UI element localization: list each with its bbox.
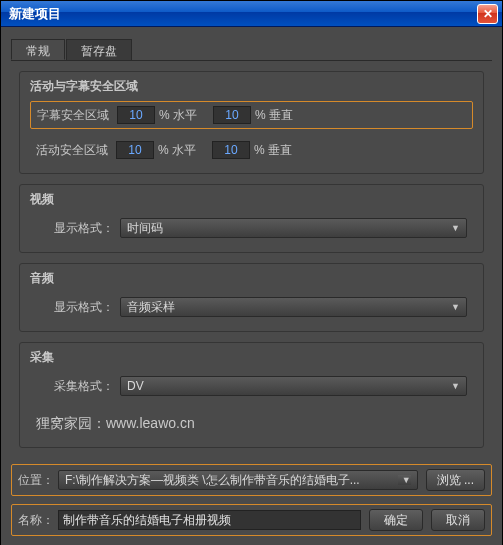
audio-format-label: 显示格式： — [36, 299, 114, 316]
v-percent-label-2: % 垂直 — [254, 142, 292, 159]
close-button[interactable]: ✕ — [477, 4, 498, 24]
capture-format-row: 采集格式： DV ▼ — [30, 372, 473, 400]
title-safe-label: 字幕安全区域 — [37, 107, 113, 124]
v-percent-label: % 垂直 — [255, 107, 293, 124]
window-title: 新建项目 — [9, 5, 477, 23]
browse-button[interactable]: 浏览 ... — [426, 469, 485, 491]
watermark-text: 狸窝家园：www.leawo.cn — [30, 411, 473, 437]
action-safe-h-input[interactable] — [116, 141, 154, 159]
name-input[interactable] — [58, 510, 361, 530]
tab-panel: 活动与字幕安全区域 字幕安全区域 % 水平 % 垂直 活动安全区域 % 水平 %… — [11, 61, 492, 464]
title-safe-row: 字幕安全区域 % 水平 % 垂直 — [30, 101, 473, 129]
video-format-value: 时间码 — [127, 220, 163, 237]
location-row: 位置： F:\制作解决方案—视频类 \怎么制作带音乐的结婚电子... ▼ 浏览 … — [11, 464, 492, 496]
title-safe-h-input[interactable] — [117, 106, 155, 124]
location-dropdown[interactable]: F:\制作解决方案—视频类 \怎么制作带音乐的结婚电子... ▼ — [58, 470, 418, 490]
h-percent-label: % 水平 — [159, 107, 197, 124]
capture-format-dropdown[interactable]: DV ▼ — [120, 376, 467, 396]
group-title-capture: 采集 — [30, 349, 473, 366]
action-safe-v-input[interactable] — [212, 141, 250, 159]
cancel-button[interactable]: 取消 — [431, 509, 485, 531]
ok-button[interactable]: 确定 — [369, 509, 423, 531]
chevron-down-icon: ▼ — [451, 381, 460, 391]
chevron-down-icon: ▼ — [451, 223, 460, 233]
video-format-row: 显示格式： 时间码 ▼ — [30, 214, 473, 242]
tab-general[interactable]: 常规 — [11, 39, 65, 60]
chevron-down-icon: ▼ — [451, 302, 460, 312]
dialog-body: 常规 暂存盘 活动与字幕安全区域 字幕安全区域 % 水平 % 垂直 活动安全区域… — [1, 27, 502, 545]
name-row: 名称： 确定 取消 — [11, 504, 492, 536]
group-title-video: 视频 — [30, 191, 473, 208]
capture-format-value: DV — [127, 379, 144, 393]
location-label: 位置： — [18, 472, 54, 489]
tab-bar: 常规 暂存盘 — [11, 39, 492, 61]
group-title-safe: 活动与字幕安全区域 — [30, 78, 473, 95]
audio-format-value: 音频采样 — [127, 299, 175, 316]
action-safe-row: 活动安全区域 % 水平 % 垂直 — [30, 137, 473, 163]
video-format-label: 显示格式： — [36, 220, 114, 237]
title-safe-v-input[interactable] — [213, 106, 251, 124]
titlebar[interactable]: 新建项目 ✕ — [1, 1, 502, 27]
close-icon: ✕ — [483, 7, 493, 21]
h-percent-label-2: % 水平 — [158, 142, 196, 159]
capture-format-label: 采集格式： — [36, 378, 114, 395]
location-value: F:\制作解决方案—视频类 \怎么制作带音乐的结婚电子... — [65, 472, 360, 489]
name-label: 名称： — [18, 512, 54, 529]
group-video: 视频 显示格式： 时间码 ▼ — [19, 184, 484, 253]
tab-scratch[interactable]: 暂存盘 — [66, 39, 132, 60]
group-audio: 音频 显示格式： 音频采样 ▼ — [19, 263, 484, 332]
group-capture: 采集 采集格式： DV ▼ 狸窝家园：www.leawo.cn — [19, 342, 484, 448]
chevron-down-icon: ▼ — [398, 475, 411, 485]
dialog-window: 新建项目 ✕ 常规 暂存盘 活动与字幕安全区域 字幕安全区域 % 水平 % 垂直 — [0, 0, 503, 545]
action-safe-label: 活动安全区域 — [36, 142, 112, 159]
group-safe-areas: 活动与字幕安全区域 字幕安全区域 % 水平 % 垂直 活动安全区域 % 水平 %… — [19, 71, 484, 174]
group-title-audio: 音频 — [30, 270, 473, 287]
audio-format-dropdown[interactable]: 音频采样 ▼ — [120, 297, 467, 317]
audio-format-row: 显示格式： 音频采样 ▼ — [30, 293, 473, 321]
video-format-dropdown[interactable]: 时间码 ▼ — [120, 218, 467, 238]
